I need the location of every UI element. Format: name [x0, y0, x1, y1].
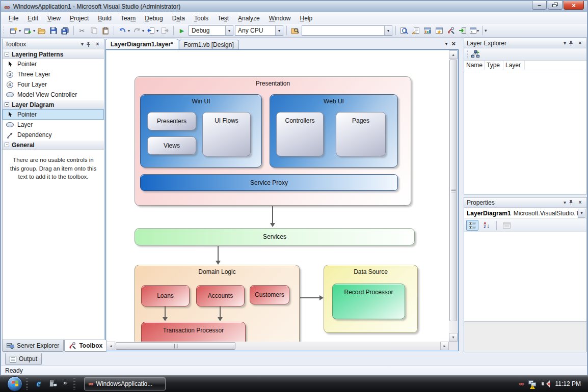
start-page-button[interactable]: [434, 25, 444, 36]
combo-dropdown-icon[interactable]: ▾: [275, 26, 283, 35]
add-item-dropdown[interactable]: ▾: [33, 29, 35, 33]
layer-transaction-processor[interactable]: Transaction Processor: [141, 322, 246, 342]
restore-button[interactable]: [548, 1, 563, 10]
properties-window-button[interactable]: [411, 25, 421, 36]
command-window-dropdown[interactable]: ▾: [477, 29, 479, 33]
layer-diagram-canvas[interactable]: Presentation Win UI Web UI Presenters UI…: [106, 50, 449, 342]
layer-service-proxy[interactable]: Service Proxy: [140, 174, 398, 191]
pin-icon[interactable]: [86, 41, 94, 47]
menu-team[interactable]: Team: [116, 13, 140, 23]
close-icon[interactable]: ×: [94, 41, 101, 47]
taskbar-clock[interactable]: 11:12 PM: [555, 380, 581, 387]
menu-test[interactable]: Test: [213, 13, 233, 23]
start-button[interactable]: [7, 376, 22, 391]
horizontal-scrollbar[interactable]: ◂ ▸: [106, 342, 449, 350]
column-type[interactable]: Type: [485, 61, 503, 70]
tab-output[interactable]: Output: [5, 353, 42, 365]
toolbox-item-four-layer[interactable]: 4 Four Layer: [3, 79, 104, 90]
toolbar-grip[interactable]: [3, 26, 6, 35]
toolbox-item-pointer-selected[interactable]: Pointer: [3, 109, 104, 120]
collapse-icon[interactable]: [5, 143, 9, 147]
combo-dropdown-icon[interactable]: ▾: [225, 26, 233, 35]
active-files-dropdown-icon[interactable]: ▾: [445, 41, 447, 46]
toolbox-item-pointer[interactable]: Pointer: [3, 59, 104, 69]
menu-analyze[interactable]: Analyze: [233, 13, 264, 23]
close-document-icon[interactable]: ×: [451, 40, 456, 47]
tab-toolbox[interactable]: Toolbox: [64, 340, 107, 352]
property-pages-button[interactable]: [500, 220, 513, 231]
taskbar-button-visual-studio[interactable]: ∞ WindowsApplicatio...: [84, 377, 166, 390]
scroll-down-button[interactable]: ▾: [449, 333, 458, 342]
redo-dropdown[interactable]: ▾: [142, 29, 144, 33]
window-position-icon[interactable]: ▾: [78, 41, 86, 47]
scrollbar-thumb[interactable]: [449, 60, 457, 321]
undo-button[interactable]: [117, 25, 127, 36]
toolbox-section-layering-patterns[interactable]: Layering Patterns: [3, 49, 104, 59]
find-combo[interactable]: ▾: [302, 25, 392, 36]
menu-debug[interactable]: Debug: [140, 13, 167, 23]
collapse-icon[interactable]: [5, 102, 9, 107]
toolbox-button[interactable]: [446, 25, 456, 36]
solution-explorer-button[interactable]: [399, 25, 409, 36]
new-project-dropdown[interactable]: ▾: [19, 29, 21, 33]
minimize-button[interactable]: –: [532, 1, 547, 10]
solution-configurations-combo[interactable]: Debug ▾: [189, 25, 233, 36]
menu-project[interactable]: Project: [65, 13, 93, 23]
categorized-button[interactable]: [466, 220, 478, 231]
menu-tools[interactable]: Tools: [190, 13, 213, 23]
scrollbar-thumb[interactable]: [116, 342, 235, 350]
dependency-arrow[interactable]: [165, 306, 166, 318]
view-links-button[interactable]: [470, 49, 480, 60]
tab-layerdiagram1[interactable]: LayerDiagram1.layer*: [105, 39, 178, 49]
menu-file[interactable]: File: [4, 13, 23, 23]
layer-views[interactable]: Views: [147, 136, 196, 155]
menu-view[interactable]: View: [43, 13, 65, 23]
menu-help[interactable]: Help: [295, 13, 317, 23]
layer-customers[interactable]: Customers: [250, 285, 289, 304]
extension-manager-button[interactable]: [458, 25, 468, 36]
toolbar-overflow-button[interactable]: ▾: [485, 28, 487, 33]
combo-dropdown-icon[interactable]: ▾: [578, 209, 585, 218]
navigate-forward-button[interactable]: [160, 25, 170, 36]
properties-object-combo[interactable]: LayerDiagram1 Microsoft.VisualStudio.Te …: [464, 208, 586, 219]
close-icon[interactable]: ×: [576, 200, 584, 205]
column-name[interactable]: Name: [464, 61, 485, 70]
save-button[interactable]: [48, 25, 59, 36]
internet-explorer-icon[interactable]: e: [33, 378, 44, 389]
layer-ui-flows[interactable]: UI Flows: [202, 112, 251, 156]
layer-accounts[interactable]: Accounts: [196, 285, 245, 306]
pin-icon[interactable]: [569, 40, 576, 46]
toolbar-grip[interactable]: [467, 50, 469, 59]
menu-data[interactable]: Data: [168, 13, 190, 23]
toolbox-item-three-layer[interactable]: 3 Three Layer: [3, 69, 104, 79]
server-manager-icon[interactable]: [47, 378, 59, 389]
toolbox-item-dependency[interactable]: Dependency: [3, 130, 104, 140]
combo-dropdown-icon[interactable]: ▾: [384, 26, 392, 35]
undo-dropdown[interactable]: ▾: [128, 29, 130, 33]
column-layer[interactable]: Layer: [503, 61, 525, 70]
layer-presenters[interactable]: Presenters: [147, 112, 196, 130]
layer-record-processor[interactable]: Record Processor: [332, 284, 405, 319]
find-in-files-button[interactable]: [290, 25, 300, 36]
pin-icon[interactable]: [569, 200, 576, 206]
close-icon[interactable]: ×: [576, 40, 584, 46]
window-position-icon[interactable]: ▾: [561, 200, 569, 205]
navigate-backward-button[interactable]: [146, 25, 156, 36]
layer-controllers[interactable]: Controllers: [276, 112, 324, 156]
save-all-button[interactable]: [60, 25, 70, 36]
tab-form1-design[interactable]: Form1.vb [Design]: [179, 40, 239, 49]
command-window-button[interactable]: [469, 25, 476, 36]
navigate-backward-dropdown[interactable]: ▾: [156, 29, 158, 33]
dependency-arrow[interactable]: [272, 206, 273, 223]
layer-services[interactable]: Services: [135, 228, 415, 245]
vs-tray-icon[interactable]: ∞: [519, 380, 523, 387]
cut-button[interactable]: ✂: [77, 25, 87, 36]
tab-server-explorer[interactable]: Server Explorer: [2, 340, 64, 352]
vertical-scrollbar[interactable]: ▴ ▾: [449, 50, 458, 342]
menu-window[interactable]: Window: [264, 13, 296, 23]
quick-launch-overflow-icon[interactable]: »: [63, 379, 67, 386]
start-debugging-button[interactable]: ▶: [177, 25, 187, 36]
solution-platforms-combo[interactable]: Any CPU ▾: [235, 25, 283, 36]
layer-loans[interactable]: Loans: [141, 285, 190, 306]
paste-button[interactable]: [100, 25, 111, 36]
